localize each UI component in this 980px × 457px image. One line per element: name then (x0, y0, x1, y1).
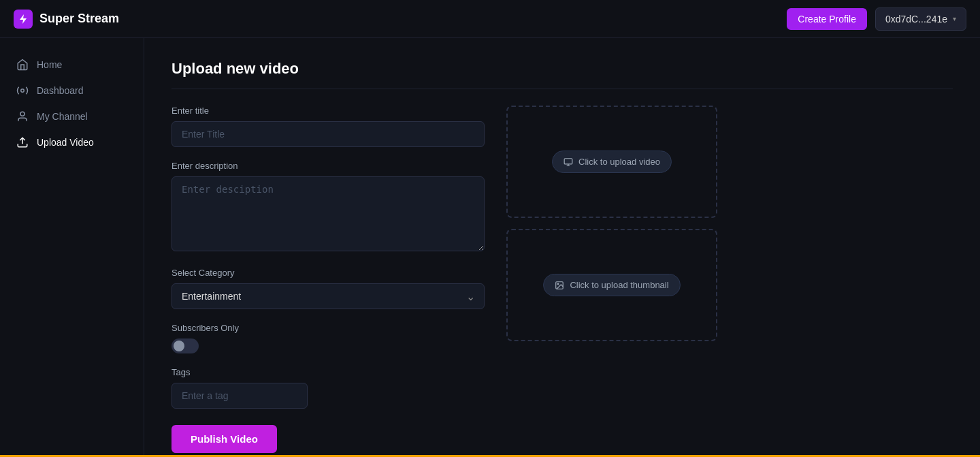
video-icon (564, 157, 573, 167)
lightning-icon (18, 14, 29, 25)
form-left: Enter title Enter description Select Cat… (172, 106, 485, 453)
upload-icon (16, 136, 29, 148)
description-label: Enter description (172, 161, 485, 171)
sidebar: Home Dashboard My Channel Upload Video (0, 38, 144, 455)
sidebar-item-upload-video[interactable]: Upload Video (0, 129, 144, 155)
sidebar-item-label: Upload Video (37, 137, 94, 148)
upload-video-area[interactable]: Click to upload video (506, 106, 717, 218)
toggle-knob (174, 341, 184, 351)
subscribers-only-group: Subscribers Only (172, 323, 485, 353)
wallet-button[interactable]: 0xd7dC...241e ▾ (875, 7, 966, 31)
upload-thumbnail-area[interactable]: Click to upload thumbnail (506, 229, 717, 341)
upload-video-button: Click to upload video (552, 151, 672, 173)
main-layout: Home Dashboard My Channel Upload Video (0, 38, 980, 455)
toggle-wrapper (172, 338, 485, 353)
home-icon (16, 59, 29, 71)
tags-label: Tags (172, 367, 485, 377)
wallet-address: 0xd7dC...241e (885, 14, 947, 25)
header-actions: Create Profile 0xd7dC...241e ▾ (787, 7, 966, 31)
subscribers-only-label: Subscribers Only (172, 323, 485, 333)
category-group: Select Category Entertainment Gaming Mus… (172, 268, 485, 309)
tags-group: Tags (172, 367, 485, 409)
description-input[interactable] (172, 176, 485, 251)
upload-thumbnail-button: Click to upload thumbnail (543, 274, 680, 296)
subscribers-only-toggle[interactable] (172, 338, 199, 353)
logo-icon (14, 10, 33, 29)
app-title: Super Stream (39, 12, 119, 26)
title-group: Enter title (172, 106, 485, 147)
sidebar-item-dashboard[interactable]: Dashboard (0, 78, 144, 104)
sidebar-item-label: Home (37, 59, 62, 70)
dashboard-icon (16, 84, 29, 97)
sidebar-item-home[interactable]: Home (0, 52, 144, 78)
image-icon (555, 281, 564, 290)
svg-rect-3 (564, 158, 572, 163)
sidebar-item-my-channel[interactable]: My Channel (0, 104, 144, 129)
app-header: Super Stream Create Profile 0xd7dC...241… (0, 0, 980, 38)
sidebar-item-label: Dashboard (37, 85, 84, 96)
category-label: Select Category (172, 268, 485, 278)
title-label: Enter title (172, 106, 485, 116)
logo-area: Super Stream (14, 10, 119, 29)
user-icon (16, 110, 29, 123)
form-right: Click to upload video Click to upload th… (506, 106, 717, 453)
category-select-wrapper: Entertainment Gaming Music Sports Techno… (172, 283, 485, 309)
publish-video-button[interactable]: Publish Video (172, 425, 277, 453)
svg-point-5 (557, 283, 559, 285)
title-input[interactable] (172, 121, 485, 147)
chevron-down-icon: ▾ (953, 15, 956, 22)
svg-point-1 (20, 112, 24, 116)
page-title: Upload new video (172, 60, 953, 89)
svg-point-0 (21, 89, 24, 93)
upload-video-label: Click to upload video (578, 157, 660, 167)
tag-input[interactable] (172, 383, 308, 409)
upload-form: Enter title Enter description Select Cat… (172, 106, 953, 453)
sidebar-item-label: My Channel (37, 111, 88, 122)
upload-thumbnail-label: Click to upload thumbnail (570, 280, 668, 290)
category-select[interactable]: Entertainment Gaming Music Sports Techno… (172, 283, 485, 309)
main-content: Upload new video Enter title Enter descr… (144, 38, 980, 455)
create-profile-button[interactable]: Create Profile (787, 8, 867, 30)
description-group: Enter description (172, 161, 485, 254)
